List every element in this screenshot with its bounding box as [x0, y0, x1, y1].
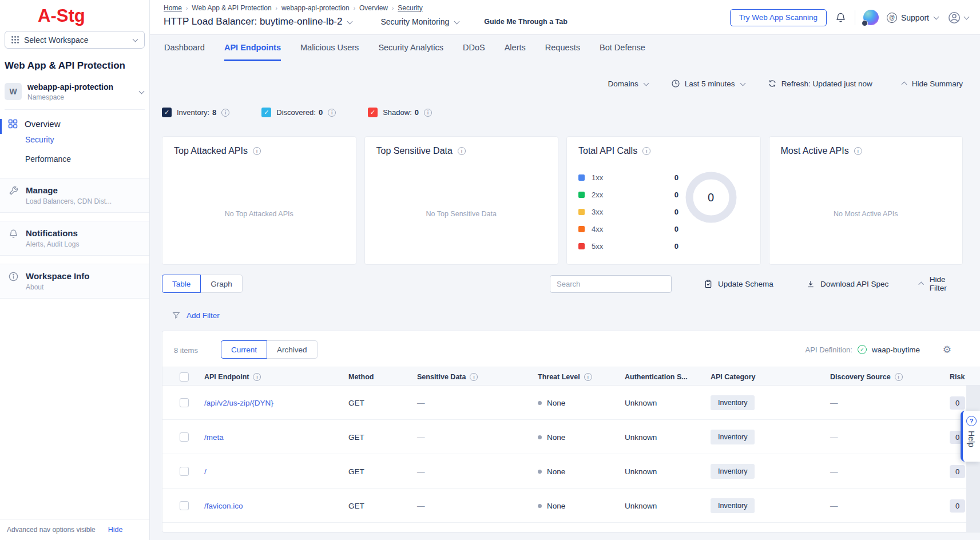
- filter-label: Discovered:: [276, 108, 316, 117]
- info-icon[interactable]: i: [470, 373, 478, 381]
- row-checkbox[interactable]: [180, 432, 189, 442]
- info-icon[interactable]: i: [328, 109, 336, 117]
- threat-level-dot: [538, 435, 542, 439]
- update-schema-button[interactable]: Update Schema: [704, 279, 773, 289]
- info-icon[interactable]: i: [458, 147, 466, 155]
- row-checkbox[interactable]: [180, 467, 189, 476]
- tab-bot-defense[interactable]: Bot Defense: [600, 43, 645, 61]
- refresh-control[interactable]: Refresh: Updated just now: [768, 79, 872, 88]
- breadcrumb-item[interactable]: webapp-api-protection: [281, 4, 350, 12]
- download-icon: [806, 279, 815, 289]
- topbar: Home› Web App & API Protection› webapp-a…: [150, 0, 980, 35]
- threat-level-value: None: [547, 502, 565, 510]
- info-icon[interactable]: i: [424, 109, 432, 117]
- info-icon[interactable]: i: [221, 109, 229, 117]
- namespace-avatar: W: [5, 83, 22, 100]
- sidebar-item-manage[interactable]: Manage Load Balancers, CDN Dist...: [0, 178, 149, 213]
- breadcrumb-home[interactable]: Home: [164, 4, 182, 12]
- guide-me-link[interactable]: Guide Me Through a Tab: [484, 18, 568, 26]
- chevron-down-icon: [643, 80, 649, 86]
- sidebar-item-security[interactable]: Security: [0, 130, 149, 149]
- help-widget[interactable]: ? Help: [961, 411, 980, 462]
- column-header-endpoint[interactable]: API Endpoint: [204, 373, 249, 381]
- sidebar-item-sublabel: Alerts, Audit Logs: [26, 240, 79, 248]
- api-definition-value[interactable]: waap-buytime: [872, 346, 920, 354]
- endpoint-link[interactable]: /favicon.ico: [204, 502, 243, 510]
- notification-bell-icon[interactable]: [835, 11, 847, 23]
- inventory-checkbox[interactable]: ✓: [162, 108, 172, 117]
- main-content: Dashboard API Endpoints Malicious Users …: [150, 35, 980, 540]
- column-header-sensitive-data[interactable]: Sensitive Data: [417, 373, 466, 381]
- monitoring-mode-select[interactable]: Security Monitoring: [380, 17, 460, 26]
- column-header-authentication[interactable]: Authentication S...: [625, 373, 688, 381]
- info-icon[interactable]: i: [253, 147, 261, 155]
- chevron-down-icon: [454, 18, 460, 24]
- table-settings-gear-icon[interactable]: ⚙: [943, 345, 951, 355]
- workspace-selector[interactable]: Select Workspace: [5, 31, 145, 49]
- graph-view-button[interactable]: Graph: [200, 275, 243, 293]
- current-tab-button[interactable]: Current: [221, 340, 267, 359]
- grid-dots-icon: [11, 35, 19, 44]
- current-archived-toggle: Current Archived: [221, 340, 318, 359]
- endpoint-link[interactable]: /meta: [204, 433, 224, 442]
- row-checkbox[interactable]: [180, 398, 189, 407]
- filter-discovered: ✓ Discovered: 0 i: [261, 108, 336, 117]
- time-range-select[interactable]: Last 5 minutes: [671, 79, 746, 88]
- breadcrumb-security[interactable]: Security: [398, 4, 422, 12]
- breadcrumb-item[interactable]: Web App & API Protection: [192, 4, 271, 12]
- namespace-selector[interactable]: W webapp-api-protection Namespace: [5, 82, 145, 110]
- archived-tab-button[interactable]: Archived: [267, 340, 318, 359]
- breadcrumb: Home› Web App & API Protection› webapp-a…: [164, 4, 423, 12]
- sidebar-item-sublabel: About: [26, 283, 89, 291]
- account-menu[interactable]: [947, 11, 970, 25]
- add-filter-button[interactable]: Add Filter: [172, 311, 220, 320]
- domains-label: Domains: [608, 80, 638, 88]
- hide-filter-toggle[interactable]: Hide Filter: [918, 275, 963, 292]
- tab-malicious-users[interactable]: Malicious Users: [300, 43, 359, 61]
- tab-requests[interactable]: Requests: [545, 43, 580, 61]
- support-menu[interactable]: @ Support: [887, 13, 939, 23]
- sidebar-item-notifications[interactable]: Notifications Alerts, Audit Logs: [0, 221, 149, 256]
- download-api-spec-button[interactable]: Download API Spec: [806, 279, 888, 289]
- empty-state-text: No Top Sensitive Data: [365, 210, 558, 218]
- info-icon[interactable]: i: [854, 147, 862, 155]
- hide-summary-toggle[interactable]: Hide Summary: [901, 80, 963, 88]
- active-indicator: [0, 119, 2, 134]
- domains-select[interactable]: Domains: [608, 80, 649, 88]
- tab-alerts[interactable]: Alerts: [505, 43, 526, 61]
- time-range-label: Last 5 minutes: [685, 80, 735, 88]
- sidebar-item-label: Manage: [26, 185, 112, 195]
- tab-security-analytics[interactable]: Security Analytics: [378, 43, 443, 61]
- sidebar-item-overview[interactable]: Overview: [0, 118, 149, 130]
- info-icon[interactable]: i: [253, 373, 261, 381]
- breadcrumb-item[interactable]: Overview: [359, 4, 388, 12]
- discovered-checkbox[interactable]: ✓: [261, 108, 271, 117]
- column-header-method[interactable]: Method: [348, 373, 374, 381]
- column-header-risk[interactable]: Risk: [950, 373, 965, 381]
- api-category-badge: Inventory: [711, 395, 755, 410]
- chevron-down-icon[interactable]: [347, 18, 353, 24]
- select-all-checkbox[interactable]: [180, 372, 189, 382]
- column-header-threat-level[interactable]: Threat Level: [538, 373, 580, 381]
- tab-dashboard[interactable]: Dashboard: [164, 43, 205, 61]
- table-view-button[interactable]: Table: [162, 275, 201, 293]
- shadow-checkbox[interactable]: ✓: [368, 108, 378, 117]
- sidebar-item-workspace-info[interactable]: Workspace Info About: [0, 264, 149, 299]
- info-icon[interactable]: i: [895, 373, 903, 381]
- row-checkbox[interactable]: [180, 501, 189, 510]
- clock-icon: [671, 79, 680, 88]
- endpoint-link[interactable]: /api/v2/us-zip/{DYN}: [204, 399, 273, 407]
- tab-ddos[interactable]: DDoS: [463, 43, 485, 61]
- sidebar-item-performance[interactable]: Performance: [0, 149, 149, 169]
- column-header-api-category[interactable]: API Category: [711, 373, 756, 381]
- try-web-app-scanning-button[interactable]: Try Web App Scanning: [730, 9, 827, 26]
- column-header-discovery-source[interactable]: Discovery Source: [830, 373, 891, 381]
- tenant-avatar[interactable]: [863, 10, 879, 25]
- tab-api-endpoints[interactable]: API Endpoints: [224, 43, 281, 61]
- hide-advanced-nav-link[interactable]: Hide: [108, 526, 123, 534]
- info-icon[interactable]: i: [642, 147, 650, 155]
- info-icon[interactable]: i: [584, 373, 592, 381]
- search-input[interactable]: [550, 275, 672, 293]
- endpoint-link[interactable]: /: [204, 467, 207, 476]
- sidebar-item-label: Overview: [25, 119, 61, 129]
